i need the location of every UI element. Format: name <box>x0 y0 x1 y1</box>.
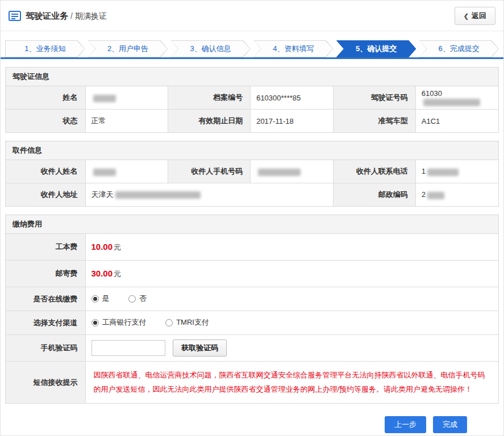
table-row: 姓名 档案编号 610300****85 驾驶证号码 61030 <box>6 86 498 110</box>
name-label: 姓名 <box>6 86 85 110</box>
radio-unchecked-icon[interactable] <box>128 295 136 303</box>
finish-button[interactable]: 完成 <box>433 416 467 433</box>
sms-code-label: 手机验证码 <box>6 335 85 362</box>
expiry-value: 2017-11-18 <box>251 110 334 133</box>
pickup-info-title: 取件信息 <box>6 141 498 160</box>
zip-code-label: 邮政编码 <box>333 183 415 207</box>
license-no-label: 驾驶证号码 <box>333 86 415 110</box>
step-label: 4、资料填写 <box>253 40 334 57</box>
table-row: 工本费 10.00元 <box>6 234 498 261</box>
table-row: 手机验证码 获取验证码 <box>6 335 498 362</box>
back-chevron-icon: ❮ <box>464 12 469 20</box>
step-3-confirm-info[interactable]: 3、确认信息 <box>170 40 251 57</box>
channel-icbc-label: 工商银行支付 <box>102 317 147 328</box>
table-row: 短信接收提示 因陕西省联通、电信运营商技术问题，陕西省互联网交通安全综合服务管理… <box>6 362 498 404</box>
page-title-separator: / <box>70 11 73 20</box>
sms-tip-text: 因陕西省联通、电信运营商技术问题，陕西省互联网交通安全综合服务管理平台无法向持陕… <box>94 368 491 396</box>
table-row: 收件人地址 天津天 邮政编码 2 <box>6 183 498 207</box>
step-2-user-declaration[interactable]: 2、用户申告 <box>88 40 168 57</box>
file-no-value: 610300****85 <box>251 86 334 110</box>
online-payment-yes-option[interactable]: 是 <box>91 294 110 304</box>
zip-code-prefix: 2 <box>422 190 426 199</box>
recipient-phone-value: 1 <box>415 160 498 183</box>
mailing-fee-value: 30.00元 <box>85 261 498 287</box>
license-info-table: 姓名 档案编号 610300****85 驾驶证号码 61030 状态 正常 有… <box>6 86 498 132</box>
sms-code-input[interactable] <box>91 340 165 356</box>
license-info-section: 驾驶证信息 姓名 档案编号 610300****85 驾驶证号码 61030 状… <box>5 67 499 133</box>
table-row: 状态 正常 有效期止日期 2017-11-18 准驾车型 A1C1 <box>6 110 498 133</box>
channel-tmri-option[interactable]: TMRI支付 <box>165 317 209 328</box>
step-6-complete-submit[interactable]: 6、完成提交 <box>419 40 499 57</box>
table-row: 是否在线缴费 是 否 <box>6 287 498 311</box>
online-payment-label: 是否在线缴费 <box>6 287 85 311</box>
online-payment-no-option[interactable]: 否 <box>128 294 147 304</box>
page: 驾驶证业务/期满换证 ❮ 返回 1、业务须知 2、用户申告 3、确认信息 4、资… <box>0 0 504 436</box>
header: 驾驶证业务/期满换证 ❮ 返回 <box>1 1 503 31</box>
status-label: 状态 <box>6 110 85 133</box>
zip-code-value: 2 <box>415 183 498 207</box>
radio-checked-icon[interactable] <box>91 295 99 303</box>
step-4-fill-data[interactable]: 4、资料填写 <box>253 40 334 57</box>
masked-value <box>427 192 444 199</box>
table-row: 收件人姓名 收件人手机号码 收件人联系电话 1 <box>6 160 498 183</box>
get-sms-code-button[interactable]: 获取验证码 <box>173 339 227 357</box>
step-label: 6、完成提交 <box>419 40 499 57</box>
step-label: 5、确认提交 <box>336 40 416 57</box>
step-5-confirm-submit[interactable]: 5、确认提交 <box>336 40 416 57</box>
step-label: 2、用户申告 <box>88 40 168 57</box>
masked-value <box>258 169 301 176</box>
recipient-mobile-label: 收件人手机号码 <box>168 160 251 183</box>
payment-channel-options: 工商银行支付 TMRI支付 <box>85 311 498 335</box>
step-label: 1、业务须知 <box>5 40 85 57</box>
masked-value <box>93 95 116 102</box>
channel-tmri-label: TMRI支付 <box>176 317 209 328</box>
expiry-label: 有效期止日期 <box>168 110 251 133</box>
mailing-fee-amount: 30.00 <box>91 269 113 278</box>
license-business-icon <box>9 10 21 22</box>
name-value <box>85 86 168 110</box>
pickup-info-table: 收件人姓名 收件人手机号码 收件人联系电话 1 收件人地址 天津天 邮政编码 2 <box>6 160 498 206</box>
table-row: 邮寄费 30.00元 <box>6 261 498 287</box>
mailing-fee-label: 邮寄费 <box>6 261 85 287</box>
file-no-label: 档案编号 <box>168 86 251 110</box>
production-fee-amount: 10.00 <box>91 242 113 251</box>
mailing-fee-unit: 元 <box>114 270 121 278</box>
status-value: 正常 <box>85 110 168 133</box>
sms-tip-label: 短信接收提示 <box>6 362 85 404</box>
table-row: 选择支付渠道 工商银行支付 TMRI支付 <box>6 311 498 335</box>
online-payment-options: 是 否 <box>85 287 498 311</box>
masked-value <box>115 191 201 199</box>
step-1-business-notice[interactable]: 1、业务须知 <box>5 40 85 57</box>
online-payment-yes-label: 是 <box>102 294 110 304</box>
production-fee-label: 工本费 <box>6 234 85 261</box>
previous-step-button[interactable]: 上一步 <box>385 416 426 433</box>
payment-table: 工本费 10.00元 邮寄费 30.00元 是否在线缴费 是 <box>6 234 498 403</box>
license-no-prefix: 61030 <box>422 89 442 98</box>
sms-tip-cell: 因陕西省联通、电信运营商技术问题，陕西省互联网交通安全综合服务管理平台无法向持陕… <box>85 362 498 404</box>
page-title-sub: 期满换证 <box>75 11 107 20</box>
license-info-title: 驾驶证信息 <box>6 68 498 86</box>
vehicle-type-label: 准驾车型 <box>333 110 415 133</box>
back-button[interactable]: ❮ 返回 <box>455 7 495 25</box>
recipient-address-value: 天津天 <box>85 183 333 207</box>
payment-title: 缴纳费用 <box>6 215 498 234</box>
masked-value <box>423 99 480 106</box>
form-actions: 上一步 完成 <box>1 404 503 436</box>
radio-checked-icon[interactable] <box>91 319 99 326</box>
pickup-info-section: 取件信息 收件人姓名 收件人手机号码 收件人联系电话 1 收件人地址 天津天 邮… <box>5 141 499 207</box>
production-fee-value: 10.00元 <box>85 234 498 261</box>
back-button-label: 返回 <box>472 11 486 21</box>
payment-channel-label: 选择支付渠道 <box>6 311 85 335</box>
steps: 1、业务须知 2、用户申告 3、确认信息 4、资料填写 5、确认提交 6、完成提… <box>5 40 499 57</box>
radio-unchecked-icon[interactable] <box>165 319 173 326</box>
page-title-main: 驾驶证业务 <box>26 11 68 20</box>
steps-bar: 1、业务须知 2、用户申告 3、确认信息 4、资料填写 5、确认提交 6、完成提… <box>1 31 503 59</box>
recipient-name-value <box>85 160 168 183</box>
channel-icbc-option[interactable]: 工商银行支付 <box>91 317 147 328</box>
online-payment-no-label: 否 <box>139 294 147 304</box>
sms-code-field: 获取验证码 <box>85 335 498 362</box>
step-label: 3、确认信息 <box>170 40 251 57</box>
recipient-address-prefix: 天津天 <box>91 190 114 199</box>
recipient-phone-label: 收件人联系电话 <box>333 160 415 183</box>
recipient-name-label: 收件人姓名 <box>6 160 85 183</box>
